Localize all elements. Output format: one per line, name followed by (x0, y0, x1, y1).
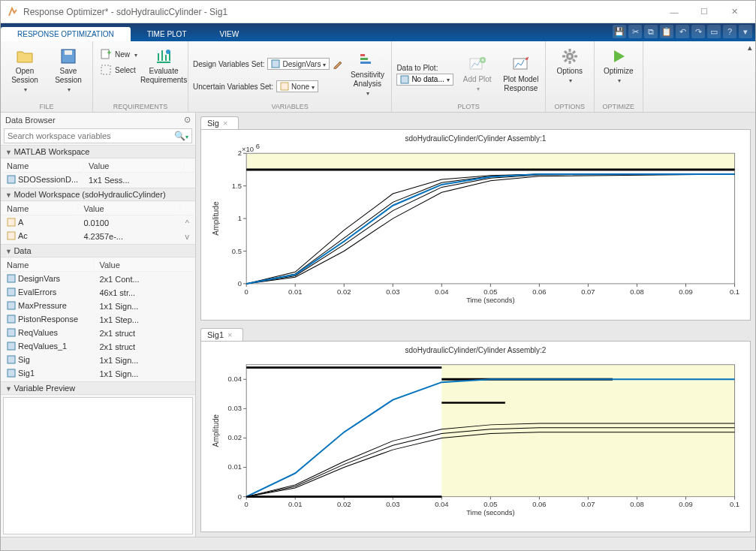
section-variable-preview[interactable]: Variable Preview (1, 381, 195, 395)
qa-help-icon[interactable]: ? (723, 25, 736, 38)
optimize-button[interactable]: Optimize (599, 44, 638, 85)
svg-text:0.07: 0.07 (581, 501, 595, 509)
svg-rect-26 (8, 342, 15, 350)
data-icon (7, 328, 16, 337)
svg-rect-21 (8, 275, 15, 282)
search-input-container[interactable]: 🔍▾ (4, 128, 192, 143)
svg-rect-3 (101, 50, 109, 59)
uncertain-variables-dropdown[interactable]: None (276, 80, 318, 92)
svg-rect-68 (441, 365, 734, 497)
table-row[interactable]: Sig1x1 Sign... (2, 354, 194, 366)
add-plot-button[interactable]: Add Plot (458, 53, 497, 93)
select-requirement-button[interactable]: Select (98, 63, 140, 77)
data-browser-label: Data Browser (5, 116, 56, 125)
folder-open-icon (16, 47, 34, 65)
svg-text:0.02: 0.02 (337, 288, 351, 296)
qa-redo-icon[interactable]: ↷ (691, 25, 705, 38)
save-session-button[interactable]: Save Session (49, 44, 88, 94)
minimize-button[interactable]: — (659, 1, 689, 23)
section-matlab-workspace[interactable]: MATLAB Workspace (1, 145, 195, 158)
data-icon (7, 355, 16, 364)
svg-rect-18 (8, 176, 15, 183)
table-row[interactable]: PistonResponse1x1 Step... (2, 314, 194, 326)
svg-text:0.07: 0.07 (581, 288, 595, 296)
play-icon (610, 47, 628, 65)
maximize-button[interactable]: ☐ (689, 1, 719, 23)
qa-copy-icon[interactable]: ⧉ (644, 25, 658, 38)
svg-text:0.09: 0.09 (679, 501, 692, 509)
ribbon-minimize-icon[interactable]: ▴ (748, 43, 752, 53)
sensitivity-analysis-button[interactable]: Sensitivity Analysis (348, 48, 387, 98)
svg-rect-8 (360, 54, 365, 56)
plot-tab-sig[interactable]: Sig× (200, 116, 239, 129)
svg-rect-6 (272, 60, 279, 68)
data-to-plot-dropdown[interactable]: No data... (396, 74, 453, 86)
varset-icon (271, 59, 280, 68)
table-row[interactable]: SDOSessionD...1x1 Sess... (2, 174, 194, 186)
evaluate-requirements-button[interactable]: Evaluate Requirements (144, 44, 183, 85)
tab-view[interactable]: VIEW (203, 27, 256, 41)
svg-point-17 (568, 55, 571, 58)
qa-cut-icon[interactable]: ✂ (628, 25, 642, 38)
search-input[interactable] (8, 131, 174, 140)
svg-text:0.04: 0.04 (435, 501, 448, 509)
group-requirements-label: REQUIREMENTS (98, 101, 183, 112)
table-row[interactable]: EvalErrors46x1 str... (2, 287, 194, 299)
close-tab-icon[interactable]: × (227, 330, 232, 339)
group-options-label: OPTIONS (550, 101, 589, 112)
svg-text:6: 6 (256, 144, 260, 150)
svg-text:0.01: 0.01 (228, 464, 242, 471)
design-variables-label: Design Variables Set: (193, 60, 264, 68)
qa-paste-icon[interactable]: 📋 (660, 25, 673, 38)
close-button[interactable]: ✕ (719, 1, 749, 23)
group-file-label: FILE (5, 101, 88, 112)
svg-text:0.06: 0.06 (532, 501, 546, 509)
edit-pencil-icon[interactable] (333, 59, 343, 69)
data-browser-collapse-icon[interactable]: ⊙ (184, 115, 191, 125)
svg-rect-22 (8, 288, 15, 296)
open-session-button[interactable]: Open Session (5, 44, 44, 94)
select-icon (100, 64, 112, 76)
table-row[interactable]: Ac4.2357e-...v (2, 230, 194, 242)
search-icon[interactable]: 🔍▾ (174, 131, 188, 141)
table-row[interactable]: ReqValues_12x1 struct (2, 341, 194, 353)
app-logo-icon (7, 6, 19, 18)
svg-text:0.03: 0.03 (228, 405, 242, 413)
svg-rect-14 (514, 59, 527, 69)
svg-text:0.03: 0.03 (386, 288, 399, 296)
svg-text:0: 0 (245, 288, 248, 296)
qa-more-icon[interactable]: ▾ (739, 25, 752, 38)
plot-tab-sig1[interactable]: Sig1× (200, 328, 243, 341)
table-row[interactable]: DesignVars2x1 Cont... (2, 273, 194, 285)
section-data[interactable]: Data (1, 244, 195, 257)
new-requirement-button[interactable]: New (98, 47, 140, 61)
svg-text:Amplitude: Amplitude (211, 414, 219, 447)
qa-save-icon[interactable]: 💾 (613, 25, 626, 38)
data-icon (7, 315, 16, 324)
qa-undo-icon[interactable]: ↶ (676, 25, 689, 38)
table-row[interactable]: MaxPressure1x1 Sign... (2, 300, 194, 312)
variable-preview-area (3, 397, 193, 534)
data-icon (7, 288, 16, 297)
svg-text:0.04: 0.04 (228, 375, 242, 383)
plot-response-icon (512, 56, 530, 74)
evaluate-icon (155, 47, 173, 65)
table-row[interactable]: ReqValues2x1 struct (2, 327, 194, 339)
chart1-title: sdoHydraulicCylinder/Cylinder Assembly:1 (209, 134, 742, 143)
section-model-workspace[interactable]: Model Workspace (sdoHydraulicCylinder) (1, 188, 195, 201)
data-icon (7, 274, 16, 283)
var-icon (7, 231, 16, 240)
design-variables-dropdown[interactable]: DesignVars (267, 58, 330, 70)
svg-rect-23 (8, 302, 15, 309)
tab-time-plot[interactable]: TIME PLOT (131, 27, 203, 41)
col-value[interactable]: Value (84, 160, 183, 173)
table-row[interactable]: A0.0100^ (2, 217, 194, 229)
plot-model-response-button[interactable]: Plot Model Response (501, 53, 541, 93)
table-row[interactable]: Sig11x1 Sign... (2, 368, 194, 380)
qa-layout-icon[interactable]: ▭ (707, 25, 721, 38)
col-name[interactable]: Name (2, 160, 83, 173)
svg-rect-9 (360, 58, 368, 60)
options-button[interactable]: Options (550, 44, 589, 85)
close-tab-icon[interactable]: × (223, 119, 227, 128)
tab-response-optimization[interactable]: RESPONSE OPTIMIZATION (1, 27, 131, 41)
